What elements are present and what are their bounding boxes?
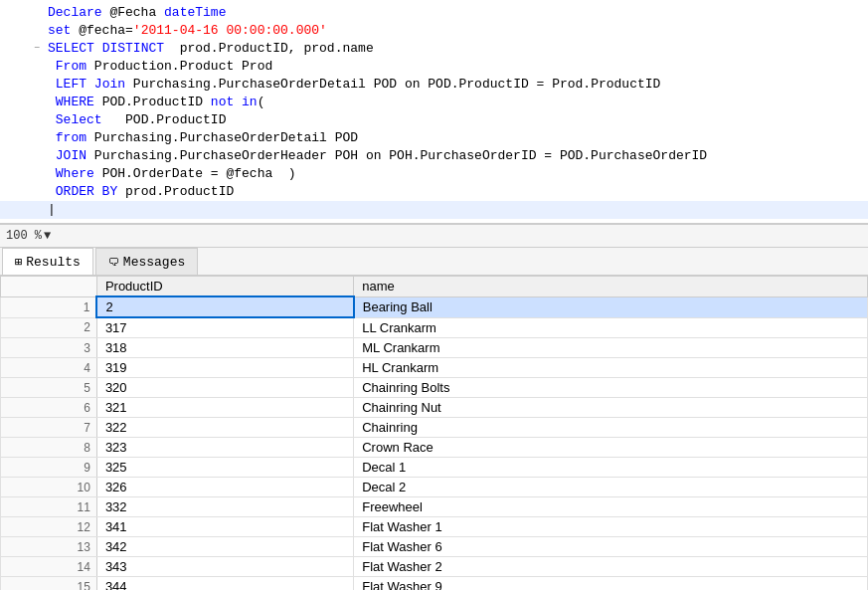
table-row[interactable]: 3318ML Crankarm xyxy=(1,338,868,358)
results-area[interactable]: ProductID name 12Bearing Ball2317LL Cran… xyxy=(0,276,868,590)
table-row[interactable]: 15344Flat Washer 9 xyxy=(1,577,868,591)
results-icon: ⊞ xyxy=(15,255,22,270)
column-header-productid[interactable]: ProductID xyxy=(96,277,353,297)
row-number: 13 xyxy=(1,537,97,557)
code-line-10: Where POH.OrderDate = @fecha ) xyxy=(0,165,868,183)
row-number: 12 xyxy=(1,517,97,537)
row-number: 4 xyxy=(1,358,97,378)
code-line-8: from Purchasing.PurchaseOrderDetail POD xyxy=(0,129,868,147)
table-row[interactable]: 11332Freewheel xyxy=(1,497,868,517)
column-header-name[interactable]: name xyxy=(354,277,868,297)
cell-productid[interactable]: 319 xyxy=(96,358,353,378)
row-number: 8 xyxy=(1,438,97,458)
cell-productid[interactable]: 317 xyxy=(96,317,353,338)
code-text: Where POH.OrderDate = @fecha ) xyxy=(48,165,868,183)
code-text: JOIN Purchasing.PurchaseOrderHeader POH … xyxy=(48,147,868,165)
code-line-4: From Production.Product Prod xyxy=(0,58,868,76)
code-editor[interactable]: Declare @Fecha dateTime set @fecha='2011… xyxy=(0,0,868,224)
code-line-2: set @fecha='2011-04-16 00:00:00.000' xyxy=(0,22,868,40)
cell-productid[interactable]: 318 xyxy=(96,338,353,358)
row-number: 7 xyxy=(1,418,97,438)
tab-messages-label: Messages xyxy=(123,255,185,270)
cell-productid[interactable]: 342 xyxy=(96,537,353,557)
cell-name[interactable]: Chainring Nut xyxy=(354,398,868,418)
cell-name[interactable]: Decal 1 xyxy=(354,458,868,478)
messages-icon: 🗨 xyxy=(108,256,119,269)
table-row[interactable]: 4319HL Crankarm xyxy=(1,358,868,378)
table-row[interactable]: 13342Flat Washer 6 xyxy=(1,537,868,557)
tab-messages[interactable]: 🗨 Messages xyxy=(95,248,198,275)
table-row[interactable]: 12341Flat Washer 1 xyxy=(1,517,868,537)
code-line-9: JOIN Purchasing.PurchaseOrderHeader POH … xyxy=(0,147,868,165)
code-line-1: Declare @Fecha dateTime xyxy=(0,4,868,22)
table-row[interactable]: 6321Chainring Nut xyxy=(1,398,868,418)
cell-productid[interactable]: 343 xyxy=(96,557,353,577)
tab-results[interactable]: ⊞ Results xyxy=(2,248,93,275)
cell-productid[interactable]: 332 xyxy=(96,497,353,517)
cell-productid[interactable]: 321 xyxy=(96,398,353,418)
row-number: 15 xyxy=(1,577,97,591)
code-line-11: ORDER BY prod.ProductID xyxy=(0,183,868,201)
code-text: ORDER BY prod.ProductID xyxy=(48,183,868,201)
cell-name[interactable]: Bearing Ball xyxy=(354,296,868,317)
code-text: set @fecha='2011-04-16 00:00:00.000' xyxy=(48,22,868,40)
row-number: 14 xyxy=(1,557,97,577)
cell-name[interactable]: Flat Washer 1 xyxy=(354,517,868,537)
row-num-header xyxy=(1,277,97,297)
table-row[interactable]: 9325Decal 1 xyxy=(1,458,868,478)
cell-productid[interactable]: 323 xyxy=(96,438,353,458)
zoom-dropdown-icon[interactable]: ▼ xyxy=(44,229,51,243)
cell-productid[interactable]: 320 xyxy=(96,378,353,398)
cell-productid[interactable]: 344 xyxy=(96,577,353,591)
row-number: 6 xyxy=(1,398,97,418)
tab-results-label: Results xyxy=(26,255,81,270)
cell-productid[interactable]: 322 xyxy=(96,418,353,438)
code-text: from Purchasing.PurchaseOrderDetail POD xyxy=(48,129,868,147)
row-number: 2 xyxy=(1,317,97,338)
collapse-icon[interactable]: − xyxy=(34,40,48,58)
cell-name[interactable]: Chainring xyxy=(354,418,868,438)
cell-name[interactable]: ML Crankarm xyxy=(354,338,868,358)
zoom-bar: 100 % ▼ xyxy=(0,224,868,248)
code-line-7: Select POD.ProductID xyxy=(0,111,868,129)
table-row[interactable]: 2317LL Crankarm xyxy=(1,317,868,338)
cell-productid[interactable]: 2 xyxy=(96,296,353,317)
code-text: Select POD.ProductID xyxy=(48,111,868,129)
cell-name[interactable]: LL Crankarm xyxy=(354,317,868,338)
row-number: 3 xyxy=(1,338,97,358)
cell-name[interactable]: Chainring Bolts xyxy=(354,378,868,398)
cell-name[interactable]: Flat Washer 2 xyxy=(354,557,868,577)
code-text: LEFT Join Purchasing.PurchaseOrderDetail… xyxy=(48,76,868,94)
cell-name[interactable]: Freewheel xyxy=(354,497,868,517)
code-text: WHERE POD.ProductID not in( xyxy=(48,94,868,111)
table-row[interactable]: 8323Crown Race xyxy=(1,438,868,458)
row-number: 5 xyxy=(1,378,97,398)
row-number: 10 xyxy=(1,478,97,497)
cell-name[interactable]: Decal 2 xyxy=(354,478,868,497)
table-row[interactable]: 7322Chainring xyxy=(1,418,868,438)
table-row[interactable]: 5320Chainring Bolts xyxy=(1,378,868,398)
code-text: SELECT DISTINCT prod.ProductID, prod.nam… xyxy=(48,40,868,58)
zoom-level: 100 % xyxy=(6,229,42,243)
cell-name[interactable]: HL Crankarm xyxy=(354,358,868,378)
results-table: ProductID name 12Bearing Ball2317LL Cran… xyxy=(0,276,868,590)
code-line-12[interactable]: | xyxy=(0,201,868,219)
code-text: Declare @Fecha dateTime xyxy=(48,4,868,22)
row-number: 1 xyxy=(1,296,97,317)
table-row[interactable]: 14343Flat Washer 2 xyxy=(1,557,868,577)
table-row[interactable]: 10326Decal 2 xyxy=(1,478,868,497)
code-line-6: WHERE POD.ProductID not in( xyxy=(0,94,868,111)
row-number: 11 xyxy=(1,497,97,517)
cell-productid[interactable]: 326 xyxy=(96,478,353,497)
code-line-5: LEFT Join Purchasing.PurchaseOrderDetail… xyxy=(0,76,868,94)
table-header-row: ProductID name xyxy=(1,277,868,297)
table-row[interactable]: 12Bearing Ball xyxy=(1,296,868,317)
cell-productid[interactable]: 341 xyxy=(96,517,353,537)
code-text: From Production.Product Prod xyxy=(48,58,868,76)
cell-name[interactable]: Crown Race xyxy=(354,438,868,458)
cell-name[interactable]: Flat Washer 9 xyxy=(354,577,868,591)
cell-name[interactable]: Flat Washer 6 xyxy=(354,537,868,557)
code-text: | xyxy=(48,201,868,219)
cell-productid[interactable]: 325 xyxy=(96,458,353,478)
row-number: 9 xyxy=(1,458,97,478)
